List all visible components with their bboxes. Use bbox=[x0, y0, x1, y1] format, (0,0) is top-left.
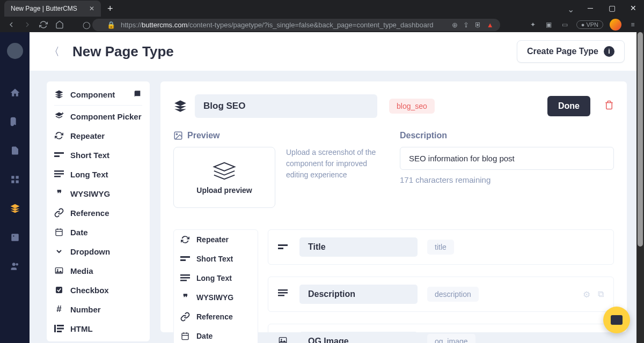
svg-rect-0 bbox=[11, 176, 14, 178]
create-page-type-button[interactable]: Create Page Type i bbox=[517, 40, 625, 63]
field-type-repeater[interactable]: Repeater bbox=[47, 126, 150, 145]
vpn-badge[interactable]: ● VPN bbox=[576, 20, 603, 29]
svg-rect-12 bbox=[54, 173, 64, 175]
menu-icon[interactable]: ≡ bbox=[628, 20, 638, 29]
field-type-component[interactable]: Component bbox=[47, 85, 150, 104]
nested-field-long-text[interactable]: Long Text bbox=[174, 269, 258, 288]
svg-rect-30 bbox=[180, 277, 190, 279]
field-types-panel: Component+Component PickerRepeaterShort … bbox=[47, 81, 150, 341]
nested-field-short-text[interactable]: Short Text bbox=[174, 249, 258, 269]
component-name-input[interactable] bbox=[195, 94, 377, 118]
home-button[interactable] bbox=[55, 20, 64, 29]
book-icon[interactable] bbox=[133, 90, 142, 99]
browser-tab[interactable]: New Page | ButterCMS ✕ bbox=[4, 1, 101, 17]
description-label: Description bbox=[400, 131, 614, 140]
wallet-icon[interactable]: ▭ bbox=[560, 20, 570, 29]
svg-rect-31 bbox=[180, 280, 187, 281]
rail-media-icon[interactable] bbox=[9, 232, 21, 243]
help-chat-button[interactable] bbox=[603, 307, 630, 333]
short-icon bbox=[180, 254, 190, 264]
rail-blog-icon[interactable] bbox=[9, 116, 21, 128]
window-chevron-icon[interactable]: ⌄ bbox=[567, 4, 574, 14]
property-row-description[interactable]: Descriptiondescription⚙⧉ bbox=[268, 277, 614, 312]
svg-rect-24 bbox=[57, 331, 62, 332]
property-row-og_image[interactable]: OG Imageog_image bbox=[268, 324, 614, 343]
media-icon bbox=[278, 336, 290, 343]
nested-field-types-panel: RepeaterShort TextLong Text❞WYSIWYGRefer… bbox=[173, 229, 258, 343]
nav-forward-button[interactable] bbox=[23, 20, 32, 29]
field-type-component-picker[interactable]: +Component Picker bbox=[47, 107, 150, 126]
extensions-icon[interactable]: ✦ bbox=[528, 20, 538, 29]
link-icon bbox=[180, 312, 190, 322]
field-type-long-text[interactable]: Long Text bbox=[47, 165, 150, 184]
svg-rect-20 bbox=[56, 287, 62, 293]
field-type-number[interactable]: #Number bbox=[47, 300, 150, 319]
field-type-reference[interactable]: Reference bbox=[47, 203, 150, 222]
svg-point-7 bbox=[16, 263, 18, 266]
user-avatar[interactable] bbox=[7, 43, 23, 59]
description-input[interactable] bbox=[400, 147, 614, 170]
component-editor-panel: blog_seo Done Preview Upload preview bbox=[160, 81, 627, 332]
link-icon bbox=[54, 208, 64, 218]
sidepanel-icon[interactable]: ▣ bbox=[544, 20, 554, 29]
back-button[interactable]: 〈 bbox=[49, 44, 60, 59]
rail-users-icon[interactable] bbox=[9, 260, 21, 272]
upload-preview-dropzone[interactable]: Upload preview bbox=[173, 147, 275, 208]
field-type-dropdown[interactable]: Dropdown bbox=[47, 242, 150, 261]
scrollbar-thumb[interactable] bbox=[638, 32, 643, 247]
svg-point-19 bbox=[57, 269, 58, 271]
property-name: Description bbox=[299, 285, 418, 304]
nested-field-date[interactable]: Date bbox=[174, 326, 258, 343]
long-icon bbox=[54, 169, 64, 179]
nested-field-repeater[interactable]: Repeater bbox=[174, 230, 258, 249]
reload-button[interactable] bbox=[39, 20, 48, 29]
window-minimize-button[interactable]: ─ bbox=[580, 0, 601, 16]
window-close-button[interactable]: ✕ bbox=[623, 0, 644, 16]
done-button[interactable]: Done bbox=[547, 96, 590, 116]
close-tab-icon[interactable]: ✕ bbox=[89, 5, 94, 12]
zoom-icon[interactable]: ⊕ bbox=[452, 21, 458, 29]
field-type-html[interactable]: HTML bbox=[47, 319, 150, 338]
nested-field-reference[interactable]: Reference bbox=[174, 307, 258, 326]
lock-icon: 🔒 bbox=[107, 21, 115, 29]
window-maximize-button[interactable]: ▢ bbox=[601, 0, 623, 16]
preview-label: Preview bbox=[173, 131, 383, 140]
picker-icon: + bbox=[54, 111, 64, 121]
property-slug: title bbox=[427, 240, 454, 255]
warning-icon[interactable]: ▲ bbox=[487, 21, 494, 29]
gear-icon[interactable]: ⚙ bbox=[583, 289, 590, 300]
shield-icon[interactable]: ⛨ bbox=[474, 21, 481, 29]
bookmark-icon[interactable]: ◯ bbox=[83, 21, 91, 29]
svg-rect-23 bbox=[57, 328, 64, 330]
new-tab-button[interactable]: + bbox=[107, 3, 113, 14]
rail-content-types-icon[interactable] bbox=[9, 203, 21, 214]
field-type-wysiwyg[interactable]: ❞WYSIWYG bbox=[47, 184, 150, 203]
svg-rect-36 bbox=[278, 244, 288, 246]
svg-rect-21 bbox=[54, 325, 56, 332]
copy-icon[interactable]: ⧉ bbox=[598, 289, 604, 300]
rail-home-icon[interactable] bbox=[9, 87, 21, 99]
field-type-checkbox[interactable]: Checkbox bbox=[47, 280, 150, 300]
rail-pages-icon[interactable] bbox=[9, 145, 21, 156]
rail-collections-icon[interactable] bbox=[9, 174, 21, 185]
address-bar[interactable]: ◯ 🔒 https://buttercms.com/content-types/… bbox=[92, 19, 500, 31]
upload-preview-label: Upload preview bbox=[196, 186, 252, 195]
date-icon bbox=[180, 331, 190, 341]
component-slug-badge: blog_seo bbox=[389, 99, 435, 114]
tab-title: New Page | ButterCMS bbox=[11, 5, 77, 12]
property-slug: description bbox=[427, 287, 479, 302]
field-type-media[interactable]: Media bbox=[47, 261, 150, 280]
field-type-date[interactable]: Date bbox=[47, 222, 150, 242]
share-icon[interactable]: ⇪ bbox=[463, 21, 469, 29]
nested-field-wysiwyg[interactable]: ❞WYSIWYG bbox=[174, 288, 258, 307]
property-name: Title bbox=[299, 237, 418, 257]
property-row-title[interactable]: Titletitle bbox=[268, 229, 614, 265]
html-icon bbox=[54, 324, 64, 333]
nav-back-button[interactable] bbox=[6, 20, 16, 29]
profile-avatar[interactable] bbox=[610, 19, 621, 31]
chevron-icon bbox=[54, 247, 64, 256]
field-type-short-text[interactable]: Short Text bbox=[47, 145, 150, 165]
svg-rect-9 bbox=[54, 152, 64, 154]
svg-rect-37 bbox=[278, 248, 283, 249]
delete-component-icon[interactable] bbox=[604, 100, 614, 113]
